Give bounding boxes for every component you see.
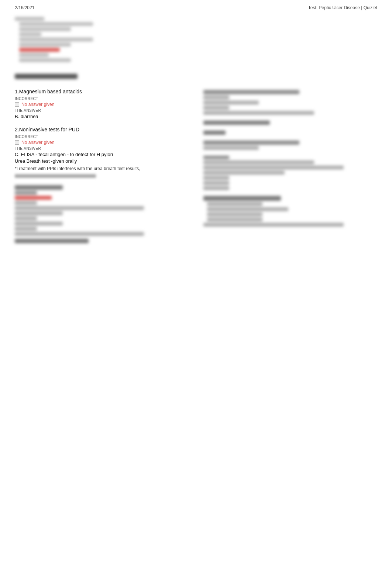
checkbox-icon-q1 [15,102,19,107]
page-title: Test: Peptic Ulcer Disease | Quizlet [308,5,377,10]
checkbox-icon-q2 [15,140,19,145]
question-3-blurred-left [15,185,189,236]
question-2-answer-line2: Urea Breath test -given orally [15,158,189,164]
blurred-answer-left [15,239,189,243]
question-1-status: INCORRECT [15,97,189,101]
date: 2/16/2021 [15,5,34,10]
questions-grid: 1.Magnesium based antacids INCORRECT No … [15,89,377,246]
question-right-1-blurred [203,90,377,115]
blurred-heading [15,70,377,83]
question-1-answer-label: THE ANSWER [15,108,189,113]
question-2-answer-label: THE ANSWER [15,146,189,151]
question-1-block: 1.Magnesium based antacids INCORRECT No … [15,89,189,119]
question-1-no-answer: No answer given [21,102,54,107]
question-1-title: 1.Magnesium based antacids [15,89,189,94]
question-2-title: 2.Noninvasive tests for PUD [15,127,189,132]
question-right-3-blurred [203,141,377,150]
question-2-block: 2.Noninvasive tests for PUD INCORRECT No… [15,127,189,178]
blurred-answer-right-2 [203,196,377,227]
question-2-no-answer: No answer given [21,140,54,145]
note-continuation-blurred [15,174,189,178]
question-2-no-answer-row: No answer given [15,140,189,145]
question-1-no-answer-row: No answer given [15,102,189,107]
question-2-note: *Treatment with PPIs interferes with the… [15,166,189,171]
question-1-answer: B. diarrhea [15,114,189,119]
page-header: 2/16/2021 Test: Peptic Ulcer Disease | Q… [0,0,392,13]
question-right-2-blurred [203,131,377,135]
question-2-status: INCORRECT [15,135,189,139]
answer-right-1-blurred [203,121,377,125]
blurred-content-right [203,156,377,190]
blurred-top-section [15,13,377,66]
question-2-answer-line1: C. ELISA - fecal antigen - to detect for… [15,152,189,157]
